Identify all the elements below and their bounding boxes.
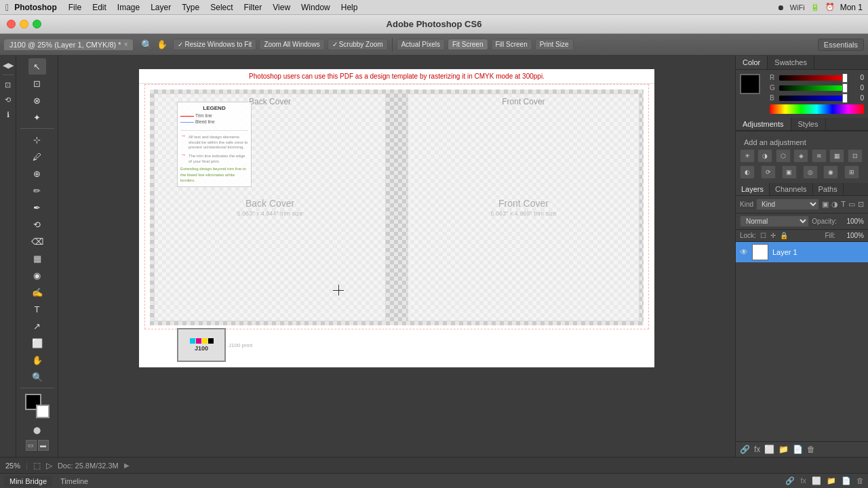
zoom-all-windows-btn[interactable]: Zoom All Windows <box>259 39 324 50</box>
menu-file[interactable]: File <box>64 2 86 13</box>
resize-windows-btn[interactable]: Resize Windows to Fit <box>173 39 256 50</box>
menu-window[interactable]: Window <box>296 2 335 13</box>
layer-1-item[interactable]: 👁 Layer 1 <box>736 242 868 262</box>
menu-image[interactable]: Image <box>113 2 144 13</box>
blend-mode-select[interactable]: Normal <box>740 216 809 227</box>
info-icon[interactable]: ℹ <box>1 108 15 121</box>
eyedropper-tool[interactable]: 🖊 <box>28 148 46 165</box>
color-preview-swatch[interactable] <box>740 74 760 94</box>
swatches-tab[interactable]: Swatches <box>768 56 814 69</box>
menu-select[interactable]: Select <box>205 2 237 13</box>
photo-filter-btn[interactable]: ⟳ <box>761 165 776 179</box>
vibrance-btn[interactable]: ≋ <box>812 149 827 163</box>
shape-tool[interactable]: ⬜ <box>28 335 46 351</box>
actual-pixels-btn[interactable]: Actual Pixels <box>397 39 445 50</box>
essentials-btn[interactable]: Essentials <box>818 39 864 51</box>
healing-brush-tool[interactable]: ⊕ <box>28 165 46 182</box>
navigator-icon[interactable]: ▷ <box>46 461 52 470</box>
path-selection-tool[interactable]: ↗ <box>28 318 46 334</box>
fill-screen-btn[interactable]: Fill Screen <box>491 39 532 50</box>
layer-visibility-icon[interactable]: 👁 <box>740 247 748 257</box>
timeline-tab[interactable]: Timeline <box>55 476 94 487</box>
quick-mask-btn[interactable]: ⬤ <box>29 423 45 436</box>
expand-icon[interactable]: ◀▶ <box>1 58 15 72</box>
fit-screen-btn[interactable]: Fit Screen <box>448 39 488 50</box>
status-arrow[interactable]: ▶ <box>124 462 130 469</box>
zoom-tool[interactable]: 🔍 <box>28 369 46 385</box>
background-color[interactable] <box>36 405 50 418</box>
color-lookup-btn[interactable]: ◎ <box>803 165 818 179</box>
brightness-contrast-btn[interactable]: ☀ <box>740 149 755 163</box>
history-icon[interactable]: ⟲ <box>1 93 15 106</box>
fill-value[interactable]: 100% <box>840 232 864 239</box>
screen-mode-icon[interactable]: ⬚ <box>33 461 41 470</box>
crop-tool[interactable]: ⊹ <box>28 131 46 148</box>
marquee-tool[interactable]: ⊡ <box>28 75 46 92</box>
shape-filter-icon[interactable]: ▭ <box>848 200 855 209</box>
adjustments-tab[interactable]: Adjustments <box>736 118 791 130</box>
scrubby-zoom-btn[interactable]: Scrubby Zoom <box>328 39 388 50</box>
menu-help[interactable]: Help <box>336 2 363 13</box>
hue-sat-btn[interactable]: ▦ <box>829 149 844 163</box>
posterize-btn[interactable]: ⊞ <box>844 165 859 179</box>
hand-tool-icon[interactable]: ✋ <box>157 39 167 49</box>
doc-tab[interactable]: J100 @ 25% (Layer 1, CMYK/8) * × <box>4 39 133 50</box>
lock-pixels-icon[interactable]: ☐ <box>760 232 766 239</box>
bottom-delete-icon[interactable]: 🗑 <box>856 476 864 485</box>
bottom-new-icon[interactable]: 📄 <box>842 476 851 485</box>
paths-tab[interactable]: Paths <box>813 183 844 195</box>
add-mask-btn[interactable]: ⬜ <box>764 445 774 454</box>
color-settings-icon[interactable]: ⊡ <box>1 78 15 92</box>
app-name[interactable]: Photoshop <box>14 3 57 12</box>
lock-position-icon[interactable]: ✛ <box>770 232 776 239</box>
move-tool[interactable]: ↖ <box>28 58 46 75</box>
apple-icon[interactable]:  <box>5 2 9 13</box>
bw-btn[interactable]: ◐ <box>740 165 755 179</box>
hand-tool[interactable]: ✋ <box>28 352 46 368</box>
clone-stamp-tool[interactable]: ✒ <box>28 199 46 216</box>
delete-layer-btn[interactable]: 🗑 <box>807 445 815 454</box>
r-slider[interactable] <box>779 75 848 81</box>
bottom-link-icon[interactable]: 🔗 <box>785 476 795 485</box>
curves-btn[interactable]: ⬡ <box>776 149 791 163</box>
adjust-filter-icon[interactable]: ◑ <box>831 200 838 209</box>
levels-btn[interactable]: ◑ <box>757 149 772 163</box>
type-tool[interactable]: T <box>28 301 46 317</box>
maximize-button[interactable] <box>33 20 41 28</box>
bottom-folder-icon[interactable]: 📁 <box>827 476 836 485</box>
bottom-mask-icon[interactable]: ⬜ <box>812 476 821 485</box>
b-slider[interactable] <box>779 96 848 101</box>
color-balance-btn[interactable]: ⊡ <box>848 149 863 163</box>
menu-filter[interactable]: Filter <box>239 2 267 13</box>
opacity-value[interactable]: 100% <box>840 218 864 225</box>
print-size-btn[interactable]: Print Size <box>535 39 574 50</box>
minimize-button[interactable] <box>20 20 28 28</box>
create-group-btn[interactable]: 📁 <box>778 445 789 454</box>
type-filter-icon[interactable]: T <box>841 200 846 209</box>
color-spectrum[interactable] <box>770 104 864 114</box>
kind-select[interactable]: Kind <box>756 199 819 210</box>
history-brush-tool[interactable]: ⟲ <box>28 216 46 232</box>
exposure-btn[interactable]: ◈ <box>793 149 808 163</box>
pen-tool[interactable]: ✍ <box>28 284 46 300</box>
pixel-filter-icon[interactable]: ▣ <box>822 200 829 209</box>
screen-mode-full[interactable]: ▬ <box>38 440 49 451</box>
brush-tool[interactable]: ✏ <box>28 182 46 199</box>
menu-layer[interactable]: Layer <box>146 2 176 13</box>
lasso-tool[interactable]: ⊗ <box>28 92 46 108</box>
menu-view[interactable]: View <box>268 2 295 13</box>
mini-bridge-tab[interactable]: Mini Bridge <box>4 476 52 487</box>
magic-wand-tool[interactable]: ✦ <box>28 109 46 125</box>
screen-mode-normal[interactable]: ▭ <box>26 440 37 451</box>
gradient-tool[interactable]: ▦ <box>28 250 46 266</box>
link-layers-btn[interactable]: 🔗 <box>740 445 750 454</box>
canvas-area[interactable]: Photoshop users can use this PDF as a de… <box>58 56 735 457</box>
close-button[interactable] <box>7 20 16 28</box>
dodge-tool[interactable]: ◉ <box>28 267 46 283</box>
smart-filter-icon[interactable]: ⊡ <box>858 200 864 209</box>
channel-mixer-btn[interactable]: ▣ <box>782 165 797 179</box>
styles-tab[interactable]: Styles <box>791 118 826 130</box>
g-slider[interactable] <box>779 85 848 91</box>
zoom-tool-icon[interactable]: 🔍 <box>141 39 153 50</box>
add-style-btn[interactable]: fx <box>754 445 760 454</box>
